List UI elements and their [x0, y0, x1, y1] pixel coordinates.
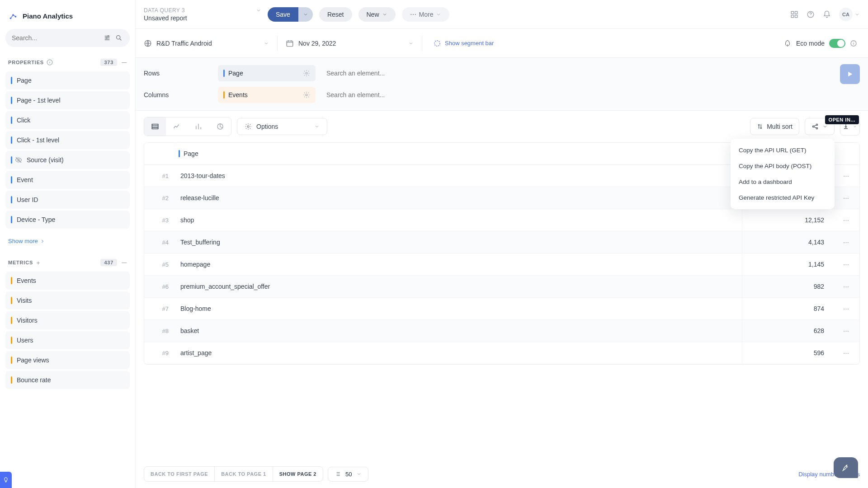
sidebar-item[interactable]: Page	[5, 71, 130, 89]
search-input[interactable]	[12, 34, 100, 42]
sidebar-item[interactable]: Device - Type	[5, 211, 130, 229]
dropdown-item[interactable]: Add to a dashboard	[731, 174, 835, 190]
sidebar-item[interactable]: Visitors	[5, 311, 130, 329]
rows-chip-label: Page	[228, 70, 243, 77]
query-name-selector[interactable]: DATA QUERY 3 Unsaved report	[144, 7, 261, 22]
svg-point-4	[106, 38, 107, 39]
reset-button[interactable]: Reset	[319, 7, 352, 22]
bell-icon[interactable]	[823, 10, 831, 19]
row-actions[interactable]: ⋯	[832, 195, 859, 202]
show-more-link[interactable]: Show more	[5, 233, 130, 249]
more-label: More	[419, 11, 434, 18]
date-label: Nov 29, 2022	[298, 40, 336, 47]
query-subtitle: Unsaved report	[144, 14, 261, 22]
plus-icon[interactable]: ＋	[36, 259, 41, 266]
cols-search-input[interactable]	[323, 88, 860, 102]
row-page: premium_account_special_offer	[174, 276, 742, 297]
view-pie-tab[interactable]	[209, 117, 231, 136]
info-icon[interactable]	[47, 59, 53, 66]
row-index: #5	[144, 254, 174, 275]
sidebar-item-label: Click - 1st level	[17, 136, 59, 144]
options-button[interactable]: Options	[237, 118, 327, 135]
rows-chip-page[interactable]: Page	[218, 65, 316, 81]
sidebar-item[interactable]: Page views	[5, 351, 130, 369]
row-actions[interactable]: ⋯	[832, 239, 859, 246]
row-index: #6	[144, 276, 174, 297]
table-row: #4Test_buffering4,143⋯	[144, 231, 859, 253]
cols-chip-events[interactable]: Events	[218, 87, 316, 103]
dropdown-item[interactable]: Generate restricted API Key	[731, 190, 835, 206]
multi-sort-button[interactable]: Multi sort	[750, 118, 799, 135]
sidebar-item[interactable]: Bounce rate	[5, 371, 130, 389]
back-first-page-button[interactable]: BACK TO FIRST PAGE	[144, 467, 215, 481]
date-selector[interactable]: Nov 29, 2022	[278, 36, 422, 51]
sidebar-item-label: User ID	[17, 196, 38, 203]
rocket-fab[interactable]	[834, 457, 858, 478]
sidebar-item-label: Page views	[17, 357, 49, 364]
collapse-icon[interactable]: —	[122, 60, 127, 65]
row-actions[interactable]: ⋯	[832, 283, 859, 290]
run-button[interactable]	[840, 64, 860, 84]
dropdown-item[interactable]: Copy the API body (POST)	[731, 158, 835, 174]
row-actions[interactable]: ⋯	[832, 173, 859, 179]
collapse-icon[interactable]: —	[122, 260, 127, 265]
svg-rect-19	[152, 124, 158, 129]
row-page: artist_page	[174, 342, 742, 364]
view-line-tab[interactable]	[166, 117, 188, 136]
row-actions[interactable]: ⋯	[832, 350, 859, 357]
sidebar-item[interactable]: Click - 1st level	[5, 131, 130, 149]
sidebar: Piano Analytics PROPERTIES 373 — PagePag…	[0, 0, 136, 488]
search-box[interactable]	[5, 29, 130, 47]
back-prev-page-button[interactable]: BACK TO PAGE 1	[215, 467, 273, 481]
svg-point-15	[434, 41, 440, 46]
brand: Piano Analytics	[5, 7, 130, 29]
sidebar-item[interactable]: Visits	[5, 291, 130, 310]
gear-icon[interactable]	[303, 91, 310, 99]
row-actions[interactable]: ⋯	[832, 328, 859, 334]
sidebar-item[interactable]: Source (visit)	[5, 151, 130, 169]
hint-fab[interactable]	[0, 472, 12, 488]
sidebar-item[interactable]: Event	[5, 171, 130, 189]
help-icon[interactable]	[807, 10, 815, 19]
sidebar-item[interactable]: Page - 1st level	[5, 91, 130, 109]
save-button[interactable]: Save	[268, 7, 298, 22]
segment-label: Show segment bar	[445, 40, 494, 47]
sidebar-item[interactable]: User ID	[5, 191, 130, 209]
gear-icon[interactable]	[303, 70, 310, 77]
rows-label: Rows	[144, 70, 211, 77]
info-icon[interactable]	[850, 40, 857, 47]
row-actions[interactable]: ⋯	[832, 305, 859, 312]
row-actions[interactable]: ⋯	[832, 217, 859, 224]
sidebar-item[interactable]: Users	[5, 331, 130, 349]
show-segment-bar[interactable]: Show segment bar	[422, 39, 494, 47]
new-button[interactable]: New	[359, 7, 396, 22]
view-bar-tab[interactable]	[188, 117, 209, 136]
save-dropdown[interactable]	[298, 7, 313, 22]
more-button[interactable]: ⋯ More	[402, 7, 450, 22]
apps-icon[interactable]	[790, 10, 798, 19]
chevron-down-icon	[314, 124, 320, 129]
topbar: DATA QUERY 3 Unsaved report Save Reset N…	[136, 0, 868, 29]
user-avatar[interactable]: CA	[839, 8, 853, 21]
eco-toggle[interactable]	[829, 39, 845, 48]
show-next-page-button[interactable]: SHOW PAGE 2	[273, 467, 323, 481]
row-actions[interactable]: ⋯	[832, 261, 859, 268]
sliders-icon[interactable]	[103, 33, 112, 42]
row-index: #4	[144, 232, 174, 253]
row-page: Test_buffering	[174, 231, 742, 253]
svg-rect-14	[287, 41, 293, 46]
row-value: 628	[742, 320, 832, 342]
rows-search-input[interactable]	[323, 66, 860, 80]
main: DATA QUERY 3 Unsaved report Save Reset N…	[136, 0, 868, 488]
page-size-selector[interactable]: 50	[328, 467, 368, 482]
view-table-tab[interactable]	[144, 117, 166, 136]
sidebar-item[interactable]: Events	[5, 272, 130, 290]
col-header-page[interactable]: Page	[144, 143, 742, 164]
dropdown-item[interactable]: Copy the API URL (GET)	[731, 142, 835, 158]
sidebar-item[interactable]: Click	[5, 111, 130, 129]
metrics-count: 437	[100, 259, 117, 266]
perimeter-selector[interactable]: R&D Traffic Android	[144, 36, 278, 51]
config-bar: Rows Page Columns Events	[136, 58, 868, 111]
pager: BACK TO FIRST PAGE BACK TO PAGE 1 SHOW P…	[136, 460, 868, 488]
search-icon[interactable]	[114, 33, 123, 42]
